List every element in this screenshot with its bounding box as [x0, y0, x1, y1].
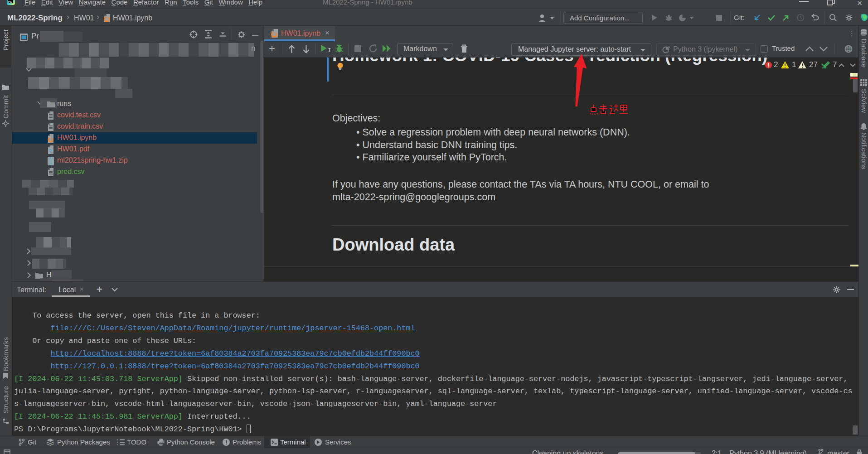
svg-text:?: ?	[48, 148, 52, 154]
